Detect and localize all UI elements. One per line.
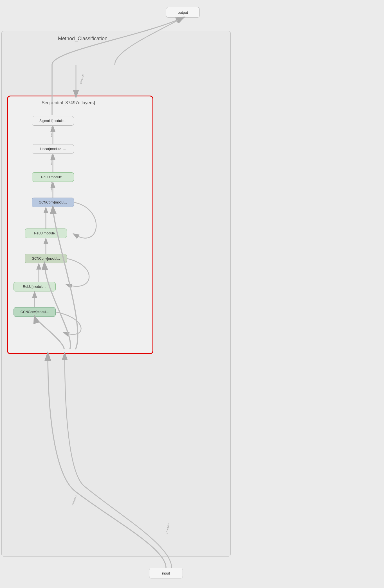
node-linear[interactable]: Linear[module_... [32, 144, 74, 154]
svg-text:1971×64: 1971×64 [50, 182, 53, 192]
outer-box-label: Method_Classification [58, 36, 107, 42]
node-relu2[interactable]: ReLU[module... [25, 229, 67, 238]
node-gcnconv2[interactable]: GCNConv[modul... [25, 254, 67, 263]
inner-box: Sequential_87497e[layers] Sigmoid[module… [7, 96, 153, 354]
svg-text:1971×25: 1971×25 [0, 0, 10, 1]
inner-box-label: Sequential_87497e[layers] [42, 100, 95, 105]
node-input[interactable]: input [149, 568, 183, 578]
svg-text:1971×25: 1971×25 [50, 155, 53, 165]
canvas: Method_Classification Sequential_87497e[… [0, 0, 384, 588]
node-output[interactable]: output [166, 7, 200, 18]
node-sigmoid[interactable]: Sigmoid[module... [32, 116, 74, 126]
node-gcnconv3[interactable]: GCNConv[modul... [14, 307, 56, 317]
node-gcnconv1[interactable]: GCNConv[modul... [32, 198, 74, 207]
node-relu1[interactable]: ReLU[module... [32, 172, 74, 182]
svg-text:1971×25: 1971×25 [50, 127, 53, 137]
node-relu3[interactable]: ReLU[module... [14, 282, 56, 291]
